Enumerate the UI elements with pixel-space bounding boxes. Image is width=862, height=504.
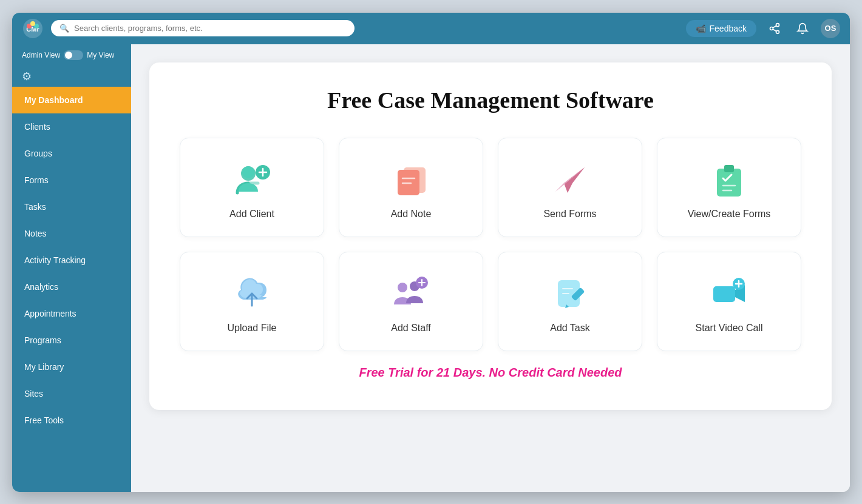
- notifications-button[interactable]: [793, 19, 812, 38]
- sidebar-item-activity-tracking-label: Activity Tracking: [24, 255, 86, 265]
- sidebar-item-my-library-label: My Library: [24, 362, 64, 372]
- browser-actions: 📹 Feedback OS: [686, 19, 840, 38]
- sidebar-item-sites-label: Sites: [24, 389, 43, 398]
- sidebar-item-dashboard[interactable]: My Dashboard: [12, 87, 131, 113]
- svg-rect-19: [717, 169, 741, 197]
- content-area: Free Case Management Software: [131, 44, 850, 492]
- add-client-label: Add Client: [229, 209, 274, 220]
- feedback-button[interactable]: 📹 Feedback: [686, 20, 756, 37]
- search-icon: 🔍: [59, 24, 69, 33]
- share-button[interactable]: [765, 19, 784, 38]
- svg-point-24: [398, 283, 407, 292]
- sidebar: Admin View My View ⚙ My Dashboard Client…: [12, 44, 131, 492]
- search-input[interactable]: [74, 24, 346, 33]
- sidebar-item-clients[interactable]: Clients: [12, 113, 131, 140]
- content-card: Free Case Management Software: [149, 62, 832, 410]
- feedback-label: Feedback: [710, 24, 747, 33]
- svg-rect-20: [724, 165, 734, 172]
- video-icon: 📹: [696, 24, 706, 33]
- add-task-label: Add Task: [550, 323, 590, 334]
- sidebar-item-tasks[interactable]: Tasks: [12, 193, 131, 220]
- svg-point-6: [770, 27, 773, 30]
- sidebar-item-appointments-label: Appointments: [24, 309, 76, 318]
- add-client-icon: [232, 160, 271, 199]
- svg-point-7: [776, 30, 779, 33]
- sidebar-item-dashboard-label: My Dashboard: [24, 95, 83, 105]
- view-create-forms-card[interactable]: View/Create Forms: [657, 138, 801, 237]
- view-toggle-switch[interactable]: [64, 50, 83, 60]
- app-logo: CMr: [22, 18, 44, 39]
- add-staff-icon: [392, 274, 430, 313]
- send-forms-card[interactable]: Send Forms: [498, 138, 642, 237]
- action-grid-bottom: Upload File: [180, 252, 801, 351]
- sidebar-item-notes[interactable]: Notes: [12, 220, 131, 247]
- svg-rect-34: [713, 286, 735, 302]
- add-task-icon: [551, 274, 589, 313]
- svg-line-8: [773, 29, 776, 31]
- sidebar-item-forms-label: Forms: [24, 175, 49, 185]
- add-client-card[interactable]: Add Client: [180, 138, 324, 237]
- search-bar[interactable]: 🔍: [51, 20, 355, 36]
- upload-file-icon: [232, 274, 271, 313]
- add-note-icon: [392, 160, 430, 199]
- sidebar-item-analytics[interactable]: Analytics: [12, 274, 131, 300]
- add-staff-card[interactable]: Add Staff: [339, 252, 483, 351]
- start-video-call-icon: [710, 274, 748, 313]
- svg-point-11: [242, 166, 254, 178]
- my-view-label: My View: [87, 51, 114, 59]
- sidebar-item-tasks-label: Tasks: [24, 202, 46, 212]
- sidebar-item-groups[interactable]: Groups: [12, 140, 131, 167]
- add-note-card[interactable]: Add Note: [339, 138, 483, 237]
- sidebar-item-clients-label: Clients: [24, 122, 50, 132]
- send-forms-icon: [551, 160, 589, 199]
- sidebar-item-groups-label: Groups: [24, 149, 52, 158]
- sidebar-item-my-library[interactable]: My Library: [12, 354, 131, 380]
- sidebar-item-notes-label: Notes: [24, 229, 47, 238]
- avatar-initials: OS: [825, 24, 837, 33]
- sidebar-item-analytics-label: Analytics: [24, 282, 58, 292]
- view-create-forms-label: View/Create Forms: [688, 209, 771, 220]
- svg-point-4: [30, 21, 35, 26]
- add-staff-label: Add Staff: [391, 323, 431, 334]
- add-note-label: Add Note: [391, 209, 432, 220]
- upload-file-label: Upload File: [228, 323, 277, 334]
- trial-text: Free Trial for 21 Days. No Credit Card N…: [180, 366, 801, 380]
- view-create-forms-icon: [710, 160, 748, 199]
- start-video-call-card[interactable]: Start Video Call: [657, 252, 801, 351]
- user-avatar-button[interactable]: OS: [821, 19, 840, 38]
- sidebar-item-programs-label: Programs: [24, 335, 61, 345]
- sidebar-item-sites[interactable]: Sites: [12, 380, 131, 407]
- svg-line-9: [773, 25, 776, 27]
- view-toggle: Admin View My View: [12, 44, 131, 66]
- add-task-card[interactable]: Add Task: [498, 252, 642, 351]
- page-title: Free Case Management Software: [180, 87, 801, 113]
- action-grid-top: Add Client: [180, 138, 801, 237]
- sidebar-item-activity-tracking[interactable]: Activity Tracking: [12, 247, 131, 274]
- sidebar-item-forms[interactable]: Forms: [12, 167, 131, 193]
- send-forms-label: Send Forms: [543, 209, 596, 220]
- browser-bar: CMr 🔍 📹 Feedback OS: [12, 13, 850, 44]
- main-layout: Admin View My View ⚙ My Dashboard Client…: [12, 44, 850, 492]
- admin-view-label: Admin View: [22, 51, 60, 59]
- start-video-call-label: Start Video Call: [696, 323, 763, 334]
- sidebar-item-appointments[interactable]: Appointments: [12, 300, 131, 327]
- sidebar-item-free-tools-label: Free Tools: [24, 415, 64, 425]
- svg-point-5: [776, 23, 779, 26]
- browser-window: CMr 🔍 📹 Feedback OS: [12, 13, 850, 492]
- sidebar-item-free-tools[interactable]: Free Tools: [12, 407, 131, 434]
- sidebar-item-programs[interactable]: Programs: [12, 327, 131, 354]
- upload-file-card[interactable]: Upload File: [180, 252, 324, 351]
- settings-icon[interactable]: ⚙: [12, 66, 131, 87]
